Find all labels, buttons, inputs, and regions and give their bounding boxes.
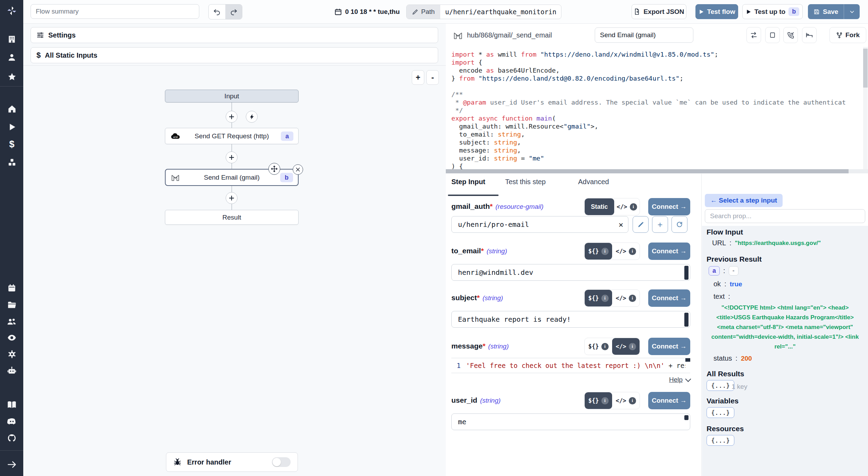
tab-step-input[interactable]: Step Input: [451, 178, 485, 186]
message-code-editor[interactable]: 1 'Feel free to check out the latest rep…: [451, 358, 690, 373]
template-mode-button[interactable]: ${}i: [585, 243, 612, 260]
insert-step-button[interactable]: [226, 192, 237, 204]
info-icon[interactable]: i: [601, 397, 609, 404]
code-vertical-scrollbar-thumb[interactable]: [863, 49, 868, 88]
connect-button-subject[interactable]: Connect →: [648, 289, 690, 307]
hub-script-path[interactable]: hub/868/gmail/_send_email: [453, 24, 552, 47]
code-editor[interactable]: import * as wmill from "https://deno.lan…: [446, 47, 864, 169]
swap-script-button[interactable]: [746, 27, 761, 43]
textarea-scrollbar[interactable]: [684, 313, 688, 327]
fork-button[interactable]: Fork: [829, 27, 866, 43]
resources-object-badge[interactable]: {...}: [707, 435, 734, 446]
help-link[interactable]: Help: [669, 376, 683, 384]
template-mode-button[interactable]: ${}i: [585, 392, 612, 409]
bed-sleep-button[interactable]: [802, 27, 817, 43]
javascript-mode-button[interactable]: </>i: [612, 243, 640, 260]
connect-button-gmail-auth[interactable]: Connect →: [648, 198, 690, 215]
editor-scrollbar[interactable]: [685, 358, 690, 362]
gmail-auth-resource-input[interactable]: u/henri/pro-email ✕: [451, 216, 628, 233]
schedules-calendar-icon[interactable]: [5, 281, 18, 295]
javascript-mode-button[interactable]: </>i: [614, 198, 640, 215]
flow-node-step-a[interactable]: HTTP Send GET Request (http) a: [165, 128, 299, 144]
insert-step-button[interactable]: [226, 111, 237, 123]
info-icon[interactable]: i: [630, 203, 637, 211]
save-button[interactable]: Save: [808, 4, 844, 19]
javascript-mode-button[interactable]: </>i: [612, 392, 640, 409]
info-icon[interactable]: i: [601, 295, 609, 302]
ok-key[interactable]: ok: [713, 280, 721, 288]
search-prop-input[interactable]: [705, 209, 865, 223]
subject-input[interactable]: Earthquake report is ready!: [451, 311, 690, 328]
user-icon[interactable]: [5, 51, 18, 64]
clear-resource-icon[interactable]: ✕: [619, 220, 623, 229]
discord-icon[interactable]: [5, 415, 18, 428]
info-icon[interactable]: i: [629, 397, 636, 404]
webhook-phone-button[interactable]: [783, 27, 798, 43]
code-horizontal-scrollbar-thumb[interactable]: [446, 169, 849, 173]
all-results-object-badge[interactable]: {...}: [707, 380, 734, 391]
result-a-collapsed[interactable]: -: [729, 266, 738, 276]
undo-button[interactable]: [209, 5, 225, 19]
url-key[interactable]: URL: [712, 239, 726, 247]
flow-node-result[interactable]: Result: [165, 210, 299, 225]
delete-step-button[interactable]: [293, 164, 303, 175]
ok-value[interactable]: true: [730, 280, 742, 288]
status-value[interactable]: 200: [741, 355, 752, 362]
expand-editor-button[interactable]: [765, 27, 780, 43]
url-value[interactable]: "https://earthquake.usgs.gov/": [735, 240, 821, 247]
home-icon[interactable]: [5, 102, 18, 115]
favorites-star-icon[interactable]: [5, 70, 18, 83]
tab-test-this-step[interactable]: Test this step: [505, 178, 546, 186]
all-static-inputs-button[interactable]: $ All Static Inputs: [31, 47, 438, 63]
resources-cubes-icon[interactable]: [5, 156, 18, 169]
docs-book-icon[interactable]: [5, 398, 18, 411]
save-dropdown-button[interactable]: [844, 4, 860, 19]
select-step-input-button[interactable]: ← Select a step input: [705, 194, 783, 207]
status-key[interactable]: status: [713, 354, 732, 362]
template-mode-button[interactable]: ${}i: [585, 338, 612, 355]
template-mode-button[interactable]: ${}i: [585, 290, 612, 306]
error-handler-toggle[interactable]: [272, 457, 291, 467]
to-email-input[interactable]: henri@windmill.dev: [451, 264, 690, 281]
result-a-badge[interactable]: a: [709, 266, 720, 276]
github-icon[interactable]: [5, 432, 18, 445]
info-icon[interactable]: i: [629, 295, 636, 302]
javascript-mode-button[interactable]: </>i: [612, 290, 640, 306]
trigger-bolt-button[interactable]: [246, 111, 258, 123]
schedule-summary[interactable]: 0 10 18 * * tue,thu: [334, 0, 400, 23]
zoom-in-button[interactable]: +: [412, 70, 424, 85]
variables-object-badge[interactable]: {...}: [707, 407, 734, 418]
edit-resource-button[interactable]: [633, 216, 649, 233]
add-resource-button[interactable]: ＋: [652, 216, 668, 233]
groups-users-icon[interactable]: [5, 315, 18, 328]
step-name-input[interactable]: [595, 27, 693, 43]
flow-node-input[interactable]: Input: [165, 90, 299, 102]
zoom-out-button[interactable]: -: [426, 70, 439, 85]
redo-button[interactable]: [225, 5, 242, 19]
connect-button-message[interactable]: Connect →: [648, 338, 690, 355]
move-step-handle[interactable]: [268, 163, 280, 175]
windmill-logo-icon[interactable]: [5, 4, 18, 17]
workspace-building-icon[interactable]: [5, 33, 18, 46]
edit-path-button[interactable]: Path: [407, 5, 440, 19]
connect-button-user-id[interactable]: Connect →: [648, 392, 690, 409]
text-key[interactable]: text: [713, 293, 725, 301]
variables-dollar-icon[interactable]: $: [5, 138, 18, 151]
export-json-button[interactable]: Export JSON: [632, 4, 686, 19]
settings-gear-icon[interactable]: [5, 347, 18, 361]
user-id-input[interactable]: me: [451, 413, 690, 430]
info-icon[interactable]: i: [629, 343, 636, 350]
connect-button-to-email[interactable]: Connect →: [648, 243, 690, 260]
info-icon[interactable]: i: [601, 343, 609, 350]
refresh-resource-button[interactable]: [671, 216, 687, 233]
runs-play-icon[interactable]: [5, 120, 18, 133]
workers-robot-icon[interactable]: [5, 364, 18, 377]
test-up-to-button[interactable]: Test up to b: [742, 4, 803, 19]
info-icon[interactable]: i: [629, 248, 636, 255]
tab-advanced[interactable]: Advanced: [578, 178, 609, 186]
textarea-scrollbar[interactable]: [684, 266, 688, 280]
static-mode-button[interactable]: Static: [585, 198, 614, 215]
insert-step-button[interactable]: [226, 151, 237, 163]
expand-sidebar-arrow-icon[interactable]: [5, 458, 18, 471]
folders-icon[interactable]: [5, 298, 18, 311]
